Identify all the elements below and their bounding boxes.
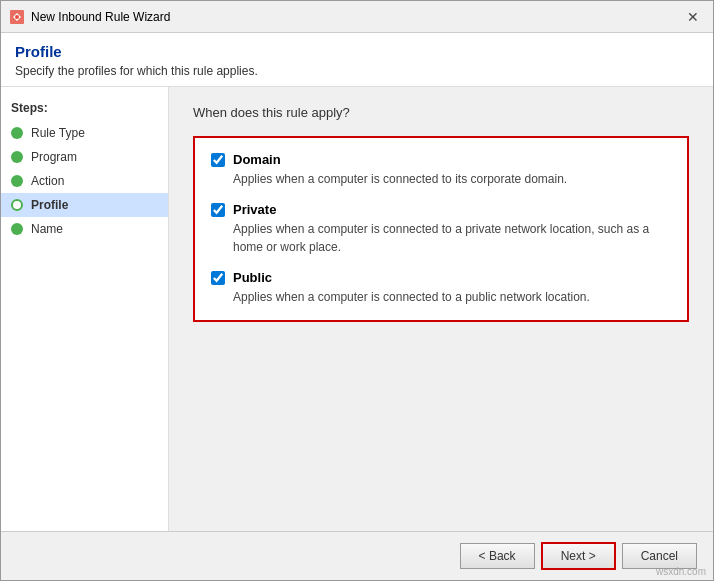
domain-description: Applies when a computer is connected to …	[233, 170, 671, 188]
sidebar-item-name[interactable]: Name	[1, 217, 168, 241]
sidebar-label-action: Action	[31, 174, 64, 188]
sidebar: Steps: Rule Type Program Action Profile	[1, 87, 169, 531]
sidebar-label-name: Name	[31, 222, 63, 236]
next-button[interactable]: Next >	[541, 542, 616, 570]
window-title: New Inbound Rule Wizard	[31, 10, 681, 24]
sidebar-item-program[interactable]: Program	[1, 145, 168, 169]
page-subtitle: Specify the profiles for which this rule…	[15, 64, 699, 78]
public-label[interactable]: Public	[233, 270, 272, 285]
sidebar-label-rule-type: Rule Type	[31, 126, 85, 140]
step-indicator-rule-type	[11, 127, 23, 139]
sidebar-item-rule-type[interactable]: Rule Type	[1, 121, 168, 145]
question-text: When does this rule apply?	[193, 105, 689, 120]
title-bar: New Inbound Rule Wizard ✕	[1, 1, 713, 33]
svg-point-1	[15, 15, 19, 19]
profile-options-box: Domain Applies when a computer is connec…	[193, 136, 689, 322]
domain-checkbox[interactable]	[211, 153, 225, 167]
step-indicator-profile	[11, 199, 23, 211]
watermark: wsxdn.com	[656, 566, 706, 577]
sidebar-label-program: Program	[31, 150, 77, 164]
domain-label[interactable]: Domain	[233, 152, 281, 167]
page-header: Profile Specify the profiles for which t…	[1, 33, 713, 87]
page-title: Profile	[15, 43, 699, 60]
step-indicator-action	[11, 175, 23, 187]
back-button[interactable]: < Back	[460, 543, 535, 569]
sidebar-label-profile: Profile	[31, 198, 68, 212]
private-checkbox[interactable]	[211, 203, 225, 217]
app-icon	[9, 9, 25, 25]
public-checkbox[interactable]	[211, 271, 225, 285]
sidebar-item-profile[interactable]: Profile	[1, 193, 168, 217]
steps-label: Steps:	[1, 97, 168, 121]
step-indicator-name	[11, 223, 23, 235]
close-button[interactable]: ✕	[681, 7, 705, 27]
right-panel: When does this rule apply? Domain Applie…	[169, 87, 713, 531]
domain-option: Domain Applies when a computer is connec…	[211, 152, 671, 188]
private-checkbox-row: Private	[211, 202, 671, 217]
footer: < Back Next > Cancel	[1, 531, 713, 580]
window: New Inbound Rule Wizard ✕ Profile Specif…	[0, 0, 714, 581]
private-description: Applies when a computer is connected to …	[233, 220, 671, 256]
public-checkbox-row: Public	[211, 270, 671, 285]
private-label[interactable]: Private	[233, 202, 276, 217]
domain-checkbox-row: Domain	[211, 152, 671, 167]
sidebar-item-action[interactable]: Action	[1, 169, 168, 193]
private-option: Private Applies when a computer is conne…	[211, 202, 671, 256]
public-description: Applies when a computer is connected to …	[233, 288, 671, 306]
public-option: Public Applies when a computer is connec…	[211, 270, 671, 306]
main-content: Steps: Rule Type Program Action Profile	[1, 87, 713, 531]
step-indicator-program	[11, 151, 23, 163]
content-area: Profile Specify the profiles for which t…	[1, 33, 713, 580]
